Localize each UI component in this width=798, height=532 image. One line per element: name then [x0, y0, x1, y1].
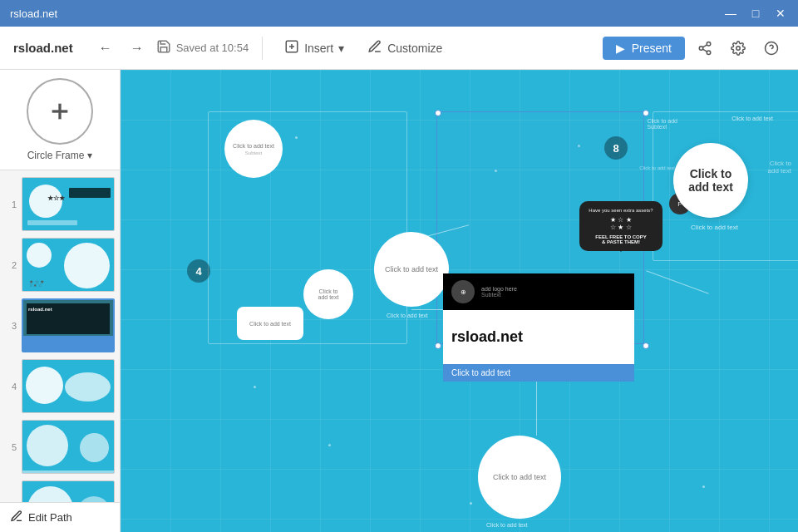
save-area: Saved at 10:54	[156, 39, 249, 57]
svg-point-3	[707, 42, 711, 46]
connector-line-3	[646, 270, 709, 293]
slide-number-3: 3	[5, 321, 17, 331]
window-controls: — □ ✕	[723, 6, 788, 21]
maximize-button[interactable]: □	[748, 6, 763, 21]
edit-path-button[interactable]: Edit Path	[0, 502, 120, 532]
back-button[interactable]: ←	[93, 36, 118, 61]
slide-number-5: 5	[5, 442, 17, 452]
play-icon: ▶	[616, 42, 625, 55]
edit-path-icon	[10, 510, 23, 525]
slide-thumb-6[interactable]	[22, 480, 115, 502]
svg-point-5	[707, 51, 711, 55]
badge-4: 4	[187, 259, 210, 283]
vertical-connector	[536, 382, 537, 436]
present-label: Present	[632, 42, 672, 55]
insert-label: Insert	[304, 42, 333, 55]
bubble-top-left[interactable]: Click to add text Subtext	[224, 120, 283, 178]
divider-1	[262, 37, 263, 60]
bubble-bottom-center[interactable]: Click to add text	[478, 436, 561, 519]
star-particle	[254, 386, 256, 388]
speech-top-text: Have you seen extra assets?	[586, 208, 656, 213]
slide-thumb-1[interactable]: ★☆★	[22, 177, 115, 231]
svg-line-6	[702, 49, 707, 52]
svg-point-8	[736, 46, 741, 50]
slide-thumb-2[interactable]: ★ ☆ ★ ☆ ★ ☆	[22, 238, 115, 292]
add-logo-sublabel: Subtext	[481, 292, 517, 298]
slide-item-4[interactable]: 4	[3, 356, 116, 416]
slide-number-4: 4	[5, 382, 17, 392]
speech-stars: ★ ☆ ★	[586, 216, 656, 224]
insert-button[interactable]: Insert ▾	[276, 34, 352, 62]
bubble-bottom-left[interactable]: Click to add text	[237, 307, 303, 340]
speech-cta: FEEL FREE TO COPY& PASTE THEM!	[586, 234, 656, 244]
logo-text-area: add logo here Subtext	[481, 286, 517, 298]
save-status: Saved at 10:54	[176, 42, 249, 54]
star-particle	[328, 444, 331, 446]
slide-logo-area: ⊕ add logo here Subtext	[443, 273, 634, 310]
left-sidebar: Circle Frame ▾ 1 ★☆★ 2	[0, 70, 121, 532]
slide-add-text-bar[interactable]: Click to add text	[443, 364, 634, 382]
slide-thumb-4[interactable]	[22, 359, 115, 413]
forward-button[interactable]: →	[125, 36, 150, 61]
minimize-button[interactable]: —	[723, 6, 738, 21]
present-button[interactable]: ▶ Present	[603, 37, 685, 60]
title-bar: rsload.net — □ ✕	[0, 0, 798, 27]
bubble-center-main[interactable]: Click to add text	[374, 232, 449, 307]
bubble-bottom-text: Click to add text	[493, 473, 546, 481]
slide-item-3[interactable]: 3 rsload.net	[3, 295, 116, 356]
resize-handle-tr[interactable]	[643, 110, 649, 116]
slide-item-1[interactable]: 1 ★☆★	[3, 174, 116, 234]
add-logo-label: add logo here	[481, 286, 517, 292]
customize-button[interactable]: Customize	[359, 34, 451, 62]
frame-type-selector[interactable]: Circle Frame ▾	[27, 150, 93, 161]
frame-type-label: Circle Frame	[27, 150, 85, 161]
slide-number-2: 2	[5, 260, 17, 270]
save-icon	[156, 39, 171, 57]
big-bubble-text: Click toadd text	[688, 167, 733, 194]
close-button[interactable]: ✕	[773, 6, 788, 21]
speech-bubble: Have you seen extra assets? ★ ☆ ★ ☆ ★ ☆ …	[579, 201, 663, 251]
customize-label: Customize	[387, 42, 442, 55]
bottom-bubble-sub: Click to add text	[486, 522, 528, 528]
add-frame-button[interactable]	[27, 78, 93, 145]
far-right-hint: Click toadd text	[768, 160, 791, 175]
bubble-text: Click toadd text	[318, 288, 339, 300]
star-particle	[470, 502, 472, 505]
slide-panel[interactable]: ⊕ add logo here Subtext rsload.net Click…	[443, 273, 634, 382]
bubble-text: Click to add text Subtext	[233, 143, 274, 155]
sub-text-center: Click to add text	[387, 313, 428, 318]
big-right-bubble[interactable]: Click toadd text	[673, 143, 748, 218]
frame-adder: Circle Frame ▾	[0, 70, 120, 170]
slide-item-5[interactable]: 5	[3, 416, 116, 477]
slide-number-1: 1	[5, 200, 17, 209]
edit-path-label: Edit Path	[28, 511, 72, 524]
mini-frame-label-tr: Click to add text	[732, 116, 773, 121]
resize-handle-tl[interactable]	[435, 110, 441, 116]
bubble-center-left[interactable]: Click toadd text	[303, 269, 353, 319]
toolbar-logo: rsload.net	[13, 41, 73, 55]
main-layout: Circle Frame ▾ 1 ★☆★ 2	[0, 70, 798, 532]
slide-add-text-label: Click to add text	[451, 368, 510, 377]
resize-handle-bl[interactable]	[435, 342, 441, 349]
slide-thumb-5[interactable]	[22, 420, 115, 474]
speech-tail	[617, 248, 625, 256]
slide-thumb-3[interactable]: rsload.net	[22, 298, 115, 352]
toolbar: rsload.net ← → Saved at 10:54 Insert ▾ C…	[0, 27, 798, 70]
logo-circle: ⊕	[451, 280, 475, 303]
big-bubble-sub-text: Click to add text	[691, 224, 738, 231]
resize-handle-br[interactable]	[643, 342, 649, 349]
canvas-area[interactable]: Click to add text 4 3 8 Click to add tex…	[121, 70, 798, 532]
right-mini-label-1: Click to addSubtext	[647, 118, 677, 130]
slide-item-2[interactable]: 2 ★ ☆ ★ ☆ ★ ☆	[3, 234, 116, 295]
speech-stars-2: ☆ ★ ☆	[586, 224, 656, 231]
frame-chevron-icon: ▾	[87, 150, 92, 161]
settings-button[interactable]	[725, 35, 751, 62]
slide-item-6[interactable]: 6	[3, 477, 116, 502]
bubble-text: Click to add text	[249, 321, 291, 327]
help-button[interactable]	[758, 35, 785, 62]
app-title: rsload.net	[10, 7, 57, 20]
insert-chevron: ▾	[338, 42, 344, 55]
share-button[interactable]	[692, 35, 718, 62]
bubble-text: Click to add text	[385, 265, 438, 273]
slide-logo-text: rsload.net	[451, 328, 523, 346]
